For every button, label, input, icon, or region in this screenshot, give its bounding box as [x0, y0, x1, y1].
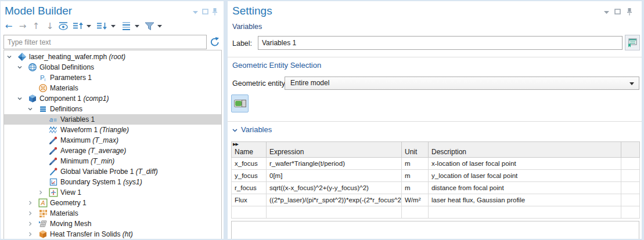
collapse-all-icon[interactable]	[96, 19, 108, 33]
table-cell[interactable]: m	[402, 170, 429, 182]
node-sections-icon[interactable]	[121, 19, 132, 33]
model-tree: laser_heating_wafer.mph (root)Global Def…	[3, 50, 222, 239]
panel-menu-chevron-icon[interactable]	[193, 11, 198, 14]
table-cell[interactable]: 0[m]	[267, 170, 402, 182]
back-arrow-icon[interactable]: ←	[3, 19, 15, 33]
refresh-icon[interactable]	[210, 37, 220, 47]
tree-item-moving-mesh[interactable]: Moving Mesh	[4, 219, 221, 229]
column-header-unit[interactable]: Unit	[402, 142, 429, 158]
table-cell[interactable]	[267, 206, 402, 219]
table-cell[interactable]: sqrt((x-x_focus)^2+(y-y_focus)^2)	[267, 182, 402, 194]
table-cell[interactable]: r_focus	[232, 182, 267, 194]
variables-row[interactable]: r_focussqrt((x-x_focus)^2+(y-y_focus)^2)…	[232, 182, 640, 194]
table-cell[interactable]: m	[402, 158, 429, 170]
table-cell[interactable]: W/m²	[402, 194, 429, 206]
float-window-icon[interactable]	[614, 9, 621, 14]
tree-item-component-1[interactable]: Component 1 (comp1)	[4, 93, 221, 104]
float-window-icon[interactable]	[202, 9, 208, 14]
tree-item-label: Boundary System 1 (sys1)	[60, 177, 142, 187]
tree-item-label: Minimum (T_min)	[60, 156, 114, 166]
expand-all-dropdown-icon[interactable]	[86, 19, 92, 33]
chevron-expanded-icon[interactable]	[28, 107, 33, 111]
tree-filter-input[interactable]	[3, 35, 207, 49]
active-selection-toggle-button[interactable]	[231, 94, 249, 112]
tree-item-geometry-1[interactable]: AGeometry 1	[4, 198, 221, 208]
table-cell[interactable]: x_focus	[232, 158, 267, 170]
tree-item-waveform-1[interactable]: Waveform 1 (Triangle)	[4, 125, 221, 135]
chevron-collapsed-icon[interactable]	[28, 211, 33, 216]
probe-icon	[49, 136, 58, 145]
table-cell[interactable]: laser heat flux, Gaussian profile	[429, 194, 621, 206]
table-cell[interactable]: y_location of laser focal point	[429, 170, 621, 182]
variables-section-chevron-icon[interactable]	[232, 129, 238, 132]
geometric-entity-level-select[interactable]: Entire model	[285, 77, 639, 90]
variables-row[interactable]: x_focusr_wafer*Triangle(t/period)mx-loca…	[232, 158, 640, 170]
column-header-description[interactable]: Description	[429, 142, 621, 158]
filter-dropdown-icon[interactable]	[157, 19, 163, 33]
tree-item-definitions[interactable]: Definitions	[4, 104, 221, 114]
tree-item-label: View 1	[60, 187, 81, 198]
table-cell[interactable]	[402, 206, 429, 219]
chevron-expanded-icon[interactable]	[7, 54, 12, 59]
move-down-arrow-icon[interactable]: ↓	[45, 19, 55, 33]
moving-mesh-icon	[38, 219, 48, 228]
variables-row[interactable]: Flux((2*p_laser)/(pi*r_spot^2))*exp(-(2*…	[232, 194, 640, 206]
geometric-entity-selection-header: Geometric Entity Selection	[232, 61, 321, 70]
tree-item-parameters-1[interactable]: PiParameters 1	[4, 72, 221, 83]
tree-item-label: Global Definitions	[39, 62, 94, 72]
tree-item-average[interactable]: Average (T_average)	[4, 146, 221, 156]
document-edit-icon	[628, 38, 638, 48]
chevron-expanded-icon[interactable]	[17, 96, 22, 101]
rename-label-button[interactable]	[625, 35, 640, 50]
chevron-collapsed-icon[interactable]	[28, 221, 33, 226]
chevron-collapsed-icon[interactable]	[38, 190, 43, 195]
table-cell[interactable]	[429, 206, 621, 219]
variables-icon: a=	[49, 115, 58, 124]
tree-item-minimum[interactable]: Minimum (T_min)	[4, 156, 221, 166]
show-eye-icon[interactable]	[57, 19, 70, 33]
view-icon	[49, 188, 58, 197]
svg-text:A: A	[40, 199, 45, 206]
tree-item-materials[interactable]: Materials	[4, 83, 221, 93]
tree-item-view-1[interactable]: View 1	[4, 187, 221, 198]
expand-all-icon[interactable]	[73, 19, 84, 33]
tree-item-heat-transfer-in-solids[interactable]: Heat Transfer in Solids (ht)	[4, 229, 221, 239]
column-header-expression[interactable]: Expression	[267, 142, 402, 158]
table-cell[interactable]: r_wafer*Triangle(t/period)	[267, 158, 402, 170]
label-input[interactable]	[258, 36, 623, 50]
row-indicator-icon: ▶▶	[233, 142, 238, 147]
column-header-name[interactable]: ▶▶Name	[232, 142, 267, 158]
move-up-arrow-icon[interactable]: ↑	[31, 19, 41, 33]
tree-item-label: Average (T_average)	[60, 146, 126, 156]
table-cell[interactable]: x-location of laser focal point	[429, 158, 621, 170]
chevron-collapsed-icon[interactable]	[28, 232, 33, 237]
variables-row-empty[interactable]	[232, 206, 640, 219]
table-cell[interactable]: Flux	[232, 194, 267, 206]
filter-funnel-icon[interactable]	[143, 19, 155, 33]
table-cell[interactable]: distance from focal point	[429, 182, 621, 194]
pin-icon[interactable]	[212, 8, 218, 16]
forward-arrow-icon[interactable]: →	[17, 19, 28, 33]
collapse-all-dropdown-icon[interactable]	[110, 19, 116, 33]
node-sections-dropdown-icon[interactable]	[134, 19, 140, 33]
tree-item-boundary-system-1[interactable]: Boundary System 1 (sys1)	[4, 177, 221, 187]
tree-item-global-variable-probe-1[interactable]: Global Variable Probe 1 (T_diff)	[4, 166, 221, 177]
panel-menu-chevron-icon[interactable]	[604, 11, 609, 14]
tree-item-maximum[interactable]: Maximum (T_max)	[4, 135, 221, 146]
variables-table-empty-area	[231, 221, 639, 239]
table-cell[interactable]	[232, 206, 267, 219]
chevron-expanded-icon[interactable]	[17, 65, 22, 70]
tree-item-label: Geometry 1	[50, 198, 87, 208]
table-cell[interactable]: ((2*p_laser)/(pi*r_spot^2))*exp(-(2*r_fo…	[267, 194, 402, 206]
tree-item-label: Variables 1	[60, 114, 95, 125]
table-cell[interactable]: m	[402, 182, 429, 194]
tree-item-global-definitions[interactable]: Global Definitions	[4, 62, 221, 72]
tree-item-variables-1[interactable]: a=Variables 1	[4, 114, 221, 125]
pin-icon[interactable]	[627, 8, 632, 16]
table-cell[interactable]: y_focus	[232, 170, 267, 182]
tree-item-laser-heating-wafer-mph[interactable]: laser_heating_wafer.mph (root)	[4, 52, 221, 62]
tree-item-label: Parameters 1	[50, 72, 92, 83]
tree-item-materials[interactable]: Materials	[4, 208, 221, 219]
chevron-collapsed-icon[interactable]	[28, 201, 33, 205]
variables-row[interactable]: y_focus0[m]my_location of laser focal po…	[232, 170, 640, 182]
